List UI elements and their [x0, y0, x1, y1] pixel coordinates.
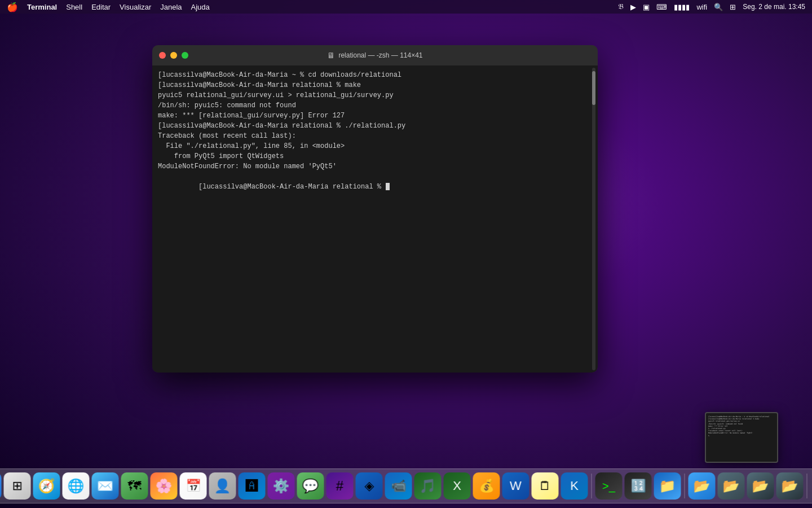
notes-icon: 🗒	[539, 479, 551, 493]
traffic-lights	[159, 52, 188, 59]
battery-icon[interactable]: ▮▮▮▮	[674, 3, 690, 11]
scrollbar-thumb[interactable]	[592, 71, 595, 105]
thumbnail-content: [lucassilva@MacBook-Air-da-Maria ~ % cd …	[706, 413, 777, 439]
dock-item-sysprefs[interactable]: ⚙️	[268, 472, 295, 500]
menu-janela[interactable]: Janela	[160, 3, 182, 11]
whatsapp-icon: 💬	[302, 478, 319, 494]
terminal-scrollbar-area: [lucassilva@MacBook-Air-da-Maria ~ % cd …	[152, 65, 598, 373]
dock-item-appstore[interactable]: 🅰	[239, 472, 266, 500]
folder1-icon: 📂	[694, 478, 710, 494]
terminal-line: Traceback (most recent call last):	[158, 131, 584, 141]
dock-item-calculator[interactable]: 🔢	[625, 472, 652, 500]
dock-item-zoom[interactable]: 📹	[385, 472, 412, 500]
terminal-line: File "./relational.py", line 85, in <mod…	[158, 141, 584, 151]
terminal-title: 🖥 relational — -zsh — 114×41	[327, 51, 422, 60]
menubar-right: 𝔅 ▶ ▣ ⌨ ▮▮▮▮ wifi 🔍 ⊞ Seg. 2 de mai. 13:…	[618, 2, 805, 11]
apple-menu[interactable]: 🍎	[7, 2, 18, 12]
terminal-icon: >_	[602, 480, 615, 493]
mail-icon: ✉️	[97, 478, 114, 494]
maximize-button[interactable]	[182, 52, 188, 59]
folder3-icon: 📂	[752, 478, 769, 494]
dock-item-mail[interactable]: ✉️	[92, 472, 119, 500]
terminal-line: [lucassilva@MacBook-Air-da-Maria ~ % cd …	[158, 70, 584, 80]
scrollbar-track	[592, 68, 595, 370]
dock-item-folder1[interactable]: 📂	[689, 472, 716, 500]
terminal-window: 🖥 relational — -zsh — 114×41 [lucassilva…	[152, 45, 598, 373]
dock-item-folder3[interactable]: 📂	[747, 472, 774, 500]
dock-item-notes[interactable]: 🗒	[532, 472, 559, 500]
dock-item-maps[interactable]: 🗺	[121, 472, 148, 500]
menu-ajuda[interactable]: Ajuda	[191, 3, 210, 11]
terminal-cursor	[386, 183, 390, 190]
terminal-line: [lucassilva@MacBook-Air-da-Maria relatio…	[158, 80, 584, 90]
play-icon[interactable]: ▶	[630, 3, 636, 11]
folder2-icon: 📂	[723, 478, 740, 494]
wifi-icon[interactable]: wifi	[696, 3, 707, 11]
dock-item-launchpad[interactable]: ⊞	[4, 472, 31, 500]
dock-separator	[592, 474, 592, 498]
dock-item-pockity[interactable]: 💰	[473, 472, 500, 500]
menu-visualizar[interactable]: Visualizar	[120, 3, 151, 11]
calendar-icon: 📅	[186, 479, 201, 493]
dock-item-excel[interactable]: X	[444, 472, 471, 500]
keyboard-icon[interactable]: ⌨	[656, 3, 667, 11]
dock-item-photos[interactable]: 🌸	[151, 472, 178, 500]
photos-icon: 🌸	[156, 478, 173, 494]
menu-editar[interactable]: Editar	[91, 3, 111, 11]
datetime-display: Seg. 2 de mai. 13:45	[743, 3, 805, 11]
excel-icon: X	[453, 479, 461, 493]
dock-item-whatsapp[interactable]: 💬	[297, 472, 324, 500]
minimize-button[interactable]	[170, 52, 177, 59]
menubar-left: 🍎 Terminal Shell Editar Visualizar Janel…	[7, 2, 210, 12]
calculator-icon: 🔢	[630, 479, 646, 493]
menu-shell[interactable]: Shell	[66, 3, 82, 11]
dock-item-word[interactable]: W	[502, 472, 529, 500]
word-icon: W	[510, 479, 522, 493]
maps-icon: 🗺	[128, 478, 142, 494]
dock-item-folder2[interactable]: 📂	[718, 472, 745, 500]
dock-item-contacts[interactable]: 👤	[209, 472, 236, 500]
dock-item-folder4[interactable]: 📂	[776, 472, 804, 500]
dock-item-spotify[interactable]: 🎵	[414, 472, 442, 500]
menubar: 🍎 Terminal Shell Editar Visualizar Janel…	[0, 0, 812, 14]
dock-item-files[interactable]: 📁	[654, 472, 681, 500]
folder4-icon: 📂	[782, 478, 798, 494]
dock-item-safari[interactable]: 🧭	[33, 472, 60, 500]
safari-icon: 🧭	[38, 478, 55, 494]
dock-item-keynote[interactable]: K	[561, 472, 588, 500]
dock-separator-3	[807, 474, 807, 498]
close-button[interactable]	[159, 52, 166, 59]
dock-item-terminal[interactable]: >_	[595, 472, 623, 500]
terminal-line: [lucassilva@MacBook-Air-da-Maria relatio…	[158, 121, 584, 131]
chrome-icon: 🌐	[68, 478, 85, 494]
sysprefs-icon: ⚙️	[273, 478, 290, 494]
zoom-icon: 📹	[391, 479, 406, 493]
vscode-icon: ◈	[364, 479, 374, 493]
terminal-title-text: relational — -zsh — 114×41	[338, 51, 422, 59]
terminal-prompt-line: [lucassilva@MacBook-Air-da-Maria relatio…	[158, 172, 584, 202]
terminal-scrollbar[interactable]	[590, 65, 598, 373]
dock-item-finder[interactable]: 🔵	[0, 472, 2, 500]
desktop: 🍎 Terminal Shell Editar Visualizar Janel…	[0, 0, 812, 508]
terminal-title-icon: 🖥	[327, 51, 335, 60]
pockity-icon: 💰	[479, 479, 494, 493]
terminal-body[interactable]: [lucassilva@MacBook-Air-da-Maria ~ % cd …	[152, 65, 590, 373]
appstore-icon: 🅰	[246, 479, 258, 493]
dock-item-slack[interactable]: #	[326, 472, 354, 500]
display-icon[interactable]: ▣	[643, 3, 650, 11]
files-icon: 📁	[659, 478, 676, 494]
dock: 🔵 ⊞ 🧭 🌐 ✉️ 🗺 🌸 📅 👤	[0, 468, 812, 503]
terminal-line: make: *** [relational_gui/survey.py] Err…	[158, 111, 584, 121]
control-center-icon[interactable]: ⊞	[730, 3, 736, 11]
dock-separator-2	[685, 474, 685, 498]
terminal-thumbnail[interactable]: [lucassilva@MacBook-Air-da-Maria ~ % cd …	[705, 412, 778, 463]
search-icon[interactable]: 🔍	[714, 3, 723, 11]
dock-item-calendar[interactable]: 📅	[180, 472, 207, 500]
app-name[interactable]: Terminal	[27, 3, 57, 11]
bluetooth-icon[interactable]: 𝔅	[618, 2, 624, 11]
contacts-icon: 👤	[214, 478, 231, 494]
terminal-line: /bin/sh: pyuic5: command not found	[158, 100, 584, 111]
dock-item-chrome[interactable]: 🌐	[63, 472, 90, 500]
slack-icon: #	[336, 478, 343, 494]
dock-item-vscode[interactable]: ◈	[356, 472, 383, 500]
